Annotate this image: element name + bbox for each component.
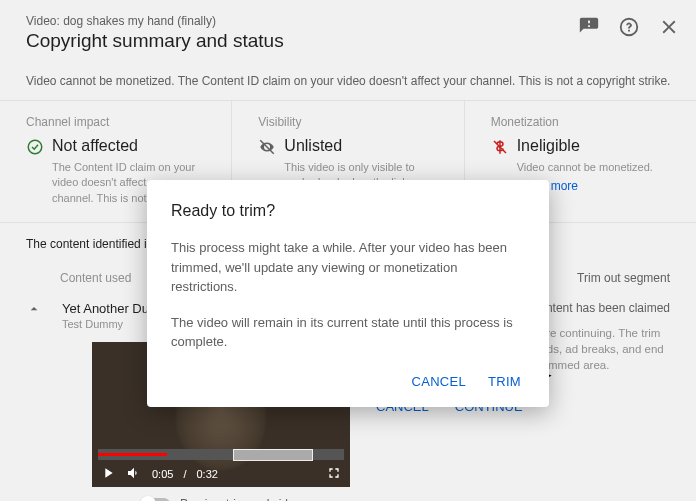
modal-actions: CANCEL TRIM	[171, 368, 525, 395]
modal-body-1: This process might take a while. After y…	[171, 238, 525, 297]
trim-confirm-modal: Ready to trim? This process might take a…	[147, 180, 549, 407]
modal-body-2: The video will remain in its current sta…	[171, 313, 525, 352]
modal-title: Ready to trim?	[171, 202, 525, 220]
modal-trim-button[interactable]: TRIM	[488, 374, 521, 389]
page-root: Video: dog shakes my hand (finally) Copy…	[0, 0, 696, 501]
modal-cancel-button[interactable]: CANCEL	[411, 374, 466, 389]
